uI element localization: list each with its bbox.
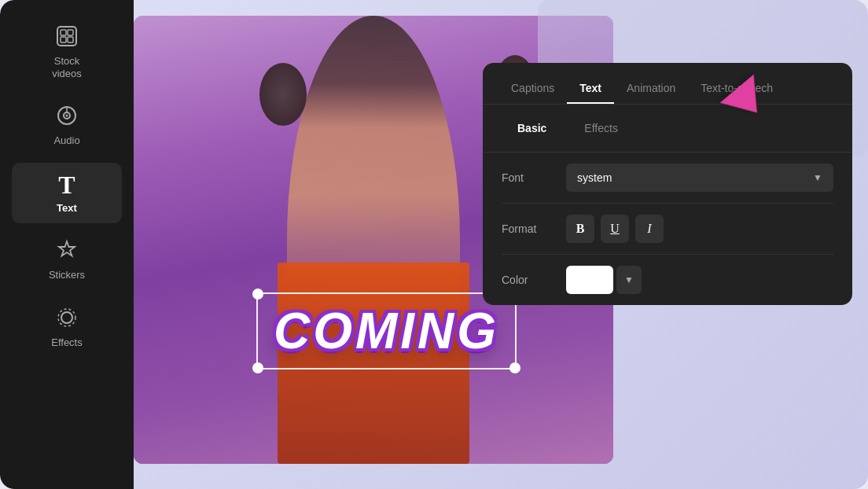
color-swatch[interactable] bbox=[566, 266, 613, 294]
sidebar-item-stickers[interactable]: Stickers bbox=[12, 230, 122, 291]
svg-rect-2 bbox=[68, 30, 73, 35]
svg-rect-3 bbox=[61, 37, 66, 42]
tab-captions[interactable]: Captions bbox=[498, 75, 567, 104]
font-dropdown-chevron: ▼ bbox=[813, 172, 822, 183]
underline-button[interactable]: U bbox=[601, 215, 629, 243]
sub-tab-effects[interactable]: Effects bbox=[565, 116, 637, 141]
handle-top-left[interactable] bbox=[252, 289, 263, 300]
font-value: system bbox=[577, 171, 612, 184]
panel-tabs: Captions Text Animation Text-to-speech bbox=[483, 63, 852, 105]
stickers-icon bbox=[56, 239, 78, 264]
main-container: Stockvideos Audio T Text bbox=[0, 0, 868, 489]
sub-tabs: Basic Effects bbox=[483, 105, 852, 153]
svg-rect-1 bbox=[61, 30, 66, 35]
color-label: Color bbox=[502, 274, 557, 286]
sidebar-item-stickers-label: Stickers bbox=[49, 269, 85, 281]
sidebar-item-effects-label: Effects bbox=[51, 336, 83, 349]
color-dropdown-button[interactable]: ▼ bbox=[616, 266, 642, 294]
sidebar-item-stock-videos[interactable]: Stockvideos bbox=[12, 16, 122, 89]
selection-box: COMING bbox=[256, 292, 517, 370]
italic-button[interactable]: I bbox=[635, 215, 664, 243]
sidebar-item-text-label: Text bbox=[57, 202, 77, 215]
handle-bottom-left[interactable] bbox=[252, 362, 263, 373]
sidebar-item-effects[interactable]: Effects bbox=[12, 297, 122, 358]
font-dropdown[interactable]: system ▼ bbox=[566, 164, 833, 192]
audio-icon bbox=[56, 105, 78, 130]
text-overlay-container[interactable]: COMING bbox=[256, 292, 517, 370]
stock-videos-icon bbox=[56, 25, 78, 50]
format-row: Format B U I bbox=[483, 204, 852, 254]
svg-rect-0 bbox=[57, 27, 76, 46]
sidebar-item-text[interactable]: T Text bbox=[12, 163, 122, 224]
tab-animation[interactable]: Animation bbox=[614, 75, 688, 104]
sidebar-item-audio[interactable]: Audio bbox=[12, 95, 122, 156]
bold-button[interactable]: B bbox=[566, 215, 594, 243]
svg-point-7 bbox=[66, 115, 68, 117]
format-label: Format bbox=[502, 222, 557, 235]
sub-tab-basic[interactable]: Basic bbox=[498, 116, 565, 141]
coming-text[interactable]: COMING bbox=[274, 303, 499, 359]
effects-icon bbox=[56, 307, 78, 332]
text-icon: T bbox=[58, 172, 75, 197]
svg-rect-4 bbox=[68, 37, 73, 42]
color-row: Color ▼ bbox=[483, 255, 852, 305]
font-label: Font bbox=[502, 171, 557, 184]
format-buttons: B U I bbox=[566, 215, 664, 243]
sidebar-item-stock-videos-label: Stockvideos bbox=[52, 55, 82, 79]
sidebar-item-audio-label: Audio bbox=[53, 134, 79, 147]
svg-point-8 bbox=[61, 312, 72, 323]
handle-bottom-right[interactable] bbox=[509, 362, 520, 373]
right-panel: Captions Text Animation Text-to-speech B… bbox=[483, 63, 852, 305]
font-row: Font system ▼ bbox=[483, 153, 852, 203]
tab-text[interactable]: Text bbox=[567, 75, 614, 104]
sidebar: Stockvideos Audio T Text bbox=[0, 0, 134, 489]
